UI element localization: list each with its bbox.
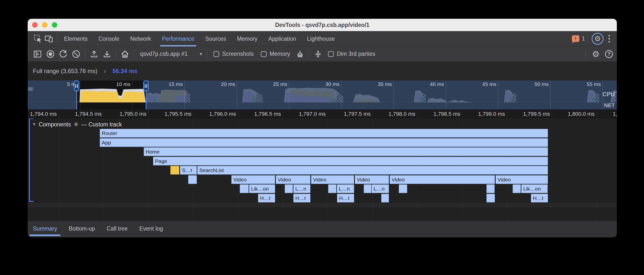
ruler-tick <box>417 109 418 118</box>
overview-tick-label: 20 ms <box>221 81 235 87</box>
ruler-tick-label: 1,794.0 ms <box>30 109 57 118</box>
divider <box>134 50 134 58</box>
memory-checkbox[interactable] <box>261 51 267 57</box>
tab-lighthouse[interactable]: Lighthouse <box>307 31 335 46</box>
flame-frame-l-n[interactable]: L…n <box>337 184 354 193</box>
flame-frame-video[interactable]: Video <box>390 175 495 184</box>
divider <box>57 34 57 43</box>
overview-tick <box>394 80 394 109</box>
breadcrumb-selected-range[interactable]: 56.34 ms <box>112 68 137 74</box>
toggle-sidebar-button[interactable] <box>31 50 44 58</box>
flame-frame[interactable] <box>364 184 372 193</box>
dim-3rd-parties-checkbox[interactable] <box>328 51 334 57</box>
more-options-menu-button[interactable] <box>605 34 614 44</box>
flame-frame-h-t[interactable]: H…t <box>531 194 548 202</box>
divider <box>116 50 116 58</box>
upload-profile-button[interactable] <box>88 50 100 58</box>
flame-chart[interactable]: ▼ Components ⚛ — Custom track RouterAppH… <box>28 118 617 221</box>
ruler-tick-label: 1,797.5 ms <box>344 109 371 118</box>
flame-frame-app[interactable]: App <box>100 138 548 147</box>
flame-frame[interactable] <box>328 184 336 193</box>
flame-frame[interactable] <box>240 184 249 193</box>
tab-elements[interactable]: Elements <box>64 31 88 46</box>
overview-tick <box>550 80 551 109</box>
capture-settings-gear-icon[interactable]: ⚙ <box>592 50 600 58</box>
zoom-window-button[interactable] <box>52 22 57 28</box>
record-and-reload-button[interactable] <box>57 49 70 59</box>
custom-track-header[interactable]: ▼ Components ⚛ — Custom track <box>32 121 122 128</box>
flame-frame-router[interactable]: Router <box>100 129 548 138</box>
ruler-tick <box>59 109 59 118</box>
flame-frame-lik-on[interactable]: Lik…on <box>521 184 548 193</box>
flame-frame-h-t[interactable]: H…t <box>293 194 310 202</box>
flame-frame-video[interactable]: Video <box>232 175 275 184</box>
flame-frame-h-t[interactable]: H…t <box>337 194 354 202</box>
flame-frame[interactable] <box>399 184 407 193</box>
flame-frame-l-n[interactable]: L…n <box>372 184 389 193</box>
flame-frame-h-t[interactable]: H…t <box>258 194 275 202</box>
collapse-triangle-icon[interactable]: ▼ <box>32 122 36 127</box>
minimize-window-button[interactable] <box>42 22 48 28</box>
collect-garbage-button[interactable] <box>294 50 306 58</box>
tab-memory[interactable]: Memory <box>237 31 258 46</box>
flame-frame[interactable] <box>381 194 389 202</box>
selection-handle-right-grip[interactable] <box>143 80 149 91</box>
clear-recording-button[interactable] <box>70 49 82 59</box>
tab-console[interactable]: Console <box>98 31 119 46</box>
ruler-tick-label: 1,795.5 ms <box>164 109 191 118</box>
flame-frame[interactable] <box>285 184 293 193</box>
flame-frame[interactable] <box>486 194 495 202</box>
device-toolbar-icon[interactable] <box>44 34 54 43</box>
memory-option[interactable]: Memory <box>261 50 290 57</box>
details-tab-event-log[interactable]: Event log <box>139 221 163 237</box>
flame-frame-video[interactable]: Video <box>311 175 354 184</box>
flame-frame-s-t[interactable]: S…t <box>180 166 197 174</box>
settings-gear-button[interactable]: ⚙ <box>592 33 604 45</box>
flame-frame-video[interactable]: Video <box>496 175 548 184</box>
flame-frame[interactable] <box>188 175 197 184</box>
details-tab-summary[interactable]: Summary <box>33 221 57 237</box>
details-tab-bar: SummaryBottom-upCall treeEvent log <box>28 221 617 237</box>
live-metrics-home-button[interactable] <box>118 49 131 59</box>
details-tab-bottom-up[interactable]: Bottom-up <box>69 221 95 237</box>
help-icon[interactable]: ? <box>605 50 613 58</box>
tab-sources[interactable]: Sources <box>205 31 226 46</box>
titlebar: DevTools - qsvd7p.csb.app/video/1 <box>28 19 617 31</box>
dim-3rd-parties-option[interactable]: Dim 3rd parties <box>328 50 375 57</box>
flame-frame-page[interactable]: Page <box>153 157 548 166</box>
ruler-tick-label: 1,799.5 ms <box>523 109 550 118</box>
target-selector-dropdown[interactable]: qsvd7p.csb.app #1 ▼ <box>140 50 203 57</box>
close-window-button[interactable] <box>32 22 38 28</box>
tab-application[interactable]: Application <box>268 31 296 46</box>
download-profile-button[interactable] <box>100 50 113 58</box>
issues-warning-icon[interactable]: ! <box>572 35 579 42</box>
overview-tick-label: 30 ms <box>326 81 340 87</box>
record-button[interactable] <box>44 49 57 59</box>
divider <box>309 50 309 58</box>
overview-tick <box>184 80 185 109</box>
ruler-tick-label: 1,794.5 ms <box>75 109 102 118</box>
breadcrumb-full-range[interactable]: Full range (3,653.76 ms) <box>33 68 97 74</box>
flame-frame[interactable] <box>486 184 494 193</box>
flame-frame[interactable] <box>170 166 179 174</box>
screenshots-checkbox[interactable] <box>213 51 219 57</box>
timeline-overview[interactable]: 5 ms10 ms15 ms20 ms25 ms30 ms35 ms40 ms4… <box>28 80 617 109</box>
flame-frame-l-n[interactable]: L…n <box>293 184 310 193</box>
details-tab-call-tree[interactable]: Call tree <box>107 221 128 237</box>
tab-performance[interactable]: Performance <box>162 31 194 46</box>
screenshots-option[interactable]: Screenshots <box>213 50 254 57</box>
tab-network[interactable]: Network <box>130 31 151 46</box>
inspect-element-icon[interactable] <box>32 34 44 43</box>
flame-frame-video[interactable]: Video <box>355 175 389 184</box>
devtools-window: DevTools - qsvd7p.csb.app/video/1 Elemen… <box>28 19 617 238</box>
flame-frame-lik-on[interactable]: Lik…on <box>249 184 275 193</box>
ruler-tick-label: 1,796.5 ms <box>254 109 281 118</box>
flame-frame-video[interactable]: Video <box>276 175 310 184</box>
flame-frame[interactable] <box>513 184 521 193</box>
selection-handle-left-grip[interactable] <box>74 80 79 91</box>
flame-frame-home[interactable]: Home <box>144 147 548 156</box>
ruler-tick-label: 1,800.5 ms <box>613 109 617 118</box>
collapse-tracks-icon[interactable] <box>312 50 324 58</box>
flame-frame-searchlist[interactable]: SearchList <box>197 166 548 174</box>
screenshots-label: Screenshots <box>222 50 254 57</box>
